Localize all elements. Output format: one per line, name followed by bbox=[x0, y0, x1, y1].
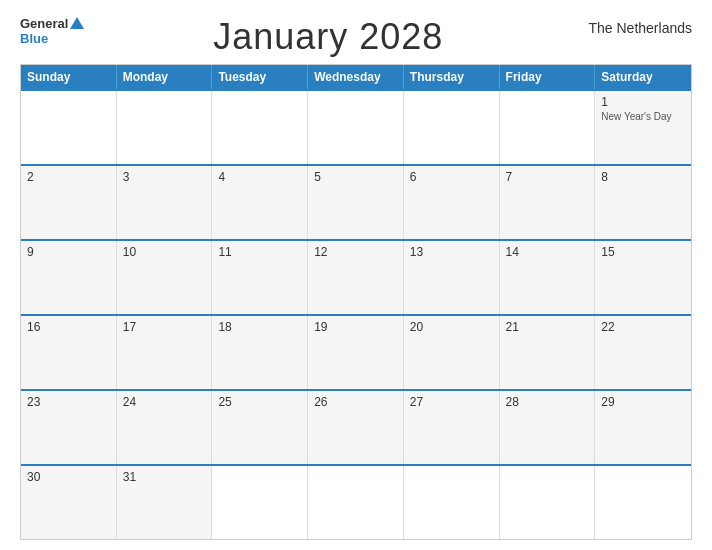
cell-w1-d5: 7 bbox=[500, 166, 596, 239]
day-header-monday: Monday bbox=[117, 65, 213, 89]
cell-day-number: 18 bbox=[218, 320, 301, 334]
week-row-3: 16171819202122 bbox=[21, 314, 691, 389]
cell-w4-d2: 25 bbox=[212, 391, 308, 464]
cell-w2-d2: 11 bbox=[212, 241, 308, 314]
week-row-5: 3031 bbox=[21, 464, 691, 539]
cell-day-number: 15 bbox=[601, 245, 685, 259]
cell-day-number: 2 bbox=[27, 170, 110, 184]
week-row-2: 9101112131415 bbox=[21, 239, 691, 314]
cell-day-number: 14 bbox=[506, 245, 589, 259]
cell-w4-d4: 27 bbox=[404, 391, 500, 464]
cell-w5-d3 bbox=[308, 466, 404, 539]
cell-day-number: 10 bbox=[123, 245, 206, 259]
cell-day-number: 12 bbox=[314, 245, 397, 259]
cell-day-number: 3 bbox=[123, 170, 206, 184]
day-header-wednesday: Wednesday bbox=[308, 65, 404, 89]
cell-day-number: 23 bbox=[27, 395, 110, 409]
cell-w5-d4 bbox=[404, 466, 500, 539]
logo-blue-text: Blue bbox=[20, 31, 48, 46]
cell-day-number: 22 bbox=[601, 320, 685, 334]
calendar: Sunday Monday Tuesday Wednesday Thursday… bbox=[20, 64, 692, 540]
cell-w0-d4 bbox=[404, 91, 500, 164]
country-label: The Netherlands bbox=[572, 16, 692, 36]
cell-day-number: 17 bbox=[123, 320, 206, 334]
cell-day-number: 31 bbox=[123, 470, 206, 484]
cell-day-number: 20 bbox=[410, 320, 493, 334]
cell-w5-d2 bbox=[212, 466, 308, 539]
cell-w0-d6: 1New Year's Day bbox=[595, 91, 691, 164]
cell-w4-d5: 28 bbox=[500, 391, 596, 464]
cell-w4-d3: 26 bbox=[308, 391, 404, 464]
header: General Blue January 2028 The Netherland… bbox=[20, 16, 692, 58]
cell-day-number: 29 bbox=[601, 395, 685, 409]
cell-w5-d6 bbox=[595, 466, 691, 539]
day-header-sunday: Sunday bbox=[21, 65, 117, 89]
cell-w3-d6: 22 bbox=[595, 316, 691, 389]
cell-w5-d1: 31 bbox=[117, 466, 213, 539]
day-header-tuesday: Tuesday bbox=[212, 65, 308, 89]
cell-w3-d3: 19 bbox=[308, 316, 404, 389]
cell-w2-d5: 14 bbox=[500, 241, 596, 314]
cell-w1-d3: 5 bbox=[308, 166, 404, 239]
cell-w0-d1 bbox=[117, 91, 213, 164]
cell-w1-d1: 3 bbox=[117, 166, 213, 239]
week-row-0: 1New Year's Day bbox=[21, 89, 691, 164]
page: General Blue January 2028 The Netherland… bbox=[0, 0, 712, 550]
cell-w4-d1: 24 bbox=[117, 391, 213, 464]
cell-w4-d6: 29 bbox=[595, 391, 691, 464]
weeks-container: 1New Year's Day2345678910111213141516171… bbox=[21, 89, 691, 539]
cell-w2-d0: 9 bbox=[21, 241, 117, 314]
cell-day-number: 25 bbox=[218, 395, 301, 409]
cell-w4-d0: 23 bbox=[21, 391, 117, 464]
cell-w5-d5 bbox=[500, 466, 596, 539]
cell-day-number: 11 bbox=[218, 245, 301, 259]
cell-day-number: 26 bbox=[314, 395, 397, 409]
cell-day-number: 30 bbox=[27, 470, 110, 484]
cell-day-number: 7 bbox=[506, 170, 589, 184]
cell-day-number: 1 bbox=[601, 95, 685, 109]
cell-day-number: 16 bbox=[27, 320, 110, 334]
day-headers-row: Sunday Monday Tuesday Wednesday Thursday… bbox=[21, 65, 691, 89]
day-header-saturday: Saturday bbox=[595, 65, 691, 89]
cell-w2-d1: 10 bbox=[117, 241, 213, 314]
cell-day-number: 21 bbox=[506, 320, 589, 334]
month-year-heading: January 2028 bbox=[84, 16, 572, 58]
cell-w1-d2: 4 bbox=[212, 166, 308, 239]
cell-w0-d0 bbox=[21, 91, 117, 164]
cell-day-number: 28 bbox=[506, 395, 589, 409]
cell-w3-d0: 16 bbox=[21, 316, 117, 389]
cell-day-number: 5 bbox=[314, 170, 397, 184]
cell-w0-d3 bbox=[308, 91, 404, 164]
day-header-thursday: Thursday bbox=[404, 65, 500, 89]
cell-day-number: 24 bbox=[123, 395, 206, 409]
calendar-title: January 2028 bbox=[84, 16, 572, 58]
cell-day-number: 27 bbox=[410, 395, 493, 409]
cell-w3-d5: 21 bbox=[500, 316, 596, 389]
cell-w2-d6: 15 bbox=[595, 241, 691, 314]
cell-day-number: 19 bbox=[314, 320, 397, 334]
cell-day-number: 8 bbox=[601, 170, 685, 184]
cell-w1-d4: 6 bbox=[404, 166, 500, 239]
cell-day-number: 4 bbox=[218, 170, 301, 184]
cell-w0-d2 bbox=[212, 91, 308, 164]
week-row-1: 2345678 bbox=[21, 164, 691, 239]
cell-w3-d4: 20 bbox=[404, 316, 500, 389]
cell-w5-d0: 30 bbox=[21, 466, 117, 539]
day-header-friday: Friday bbox=[500, 65, 596, 89]
logo: General Blue bbox=[20, 16, 84, 46]
cell-w3-d2: 18 bbox=[212, 316, 308, 389]
cell-day-number: 6 bbox=[410, 170, 493, 184]
cell-event-label: New Year's Day bbox=[601, 111, 685, 122]
logo-general-text: General bbox=[20, 16, 68, 31]
week-row-4: 23242526272829 bbox=[21, 389, 691, 464]
cell-w2-d4: 13 bbox=[404, 241, 500, 314]
cell-w2-d3: 12 bbox=[308, 241, 404, 314]
cell-day-number: 13 bbox=[410, 245, 493, 259]
cell-w3-d1: 17 bbox=[117, 316, 213, 389]
logo-triangle-icon bbox=[70, 17, 84, 29]
cell-day-number: 9 bbox=[27, 245, 110, 259]
cell-w0-d5 bbox=[500, 91, 596, 164]
cell-w1-d0: 2 bbox=[21, 166, 117, 239]
cell-w1-d6: 8 bbox=[595, 166, 691, 239]
